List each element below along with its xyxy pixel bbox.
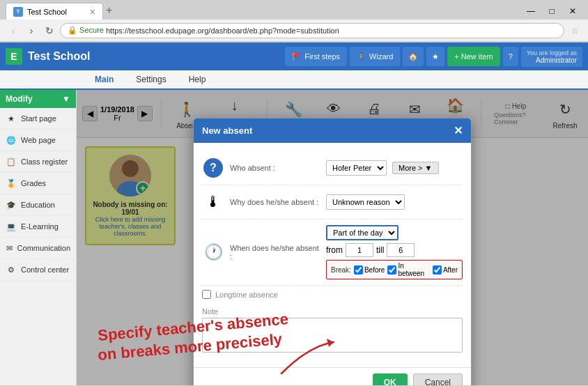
logged-as-label: You are logged as [527,49,577,56]
header-actions: 🚩 First steps 🚶 Wizard 🏠 ★ + New item ? … [285,47,582,67]
back-button[interactable]: ‹ [6,23,21,38]
education-icon: 🎓 [6,199,17,210]
sidebar-item-communication[interactable]: ✉ Communication [0,238,76,259]
modify-chevron: ▼ [62,94,70,104]
modal-close-button[interactable]: ✕ [454,124,463,137]
from-input[interactable] [346,243,373,257]
register-icon: 📋 [6,156,17,167]
active-tab[interactable]: T Test School × [6,3,103,20]
sidebar: Modify ▼ ★ Start page 🌐 Web page 📋 Class… [0,90,77,385]
modal-title: New absent [202,125,252,136]
clock-row-icon: 🕐 [202,241,224,263]
sidebar-item-start-page[interactable]: ★ Start page [0,108,76,130]
url-bar[interactable]: 🔒 Secure https://testschool.edupage.org/… [60,23,564,38]
when-group: Part of the day from till Break: [326,225,463,279]
secure-badge: 🔒 Secure [68,26,104,35]
first-steps-button[interactable]: 🚩 First steps [285,47,347,66]
longtime-label[interactable]: Longtime absence [202,290,463,299]
sidebar-item-education[interactable]: 🎓 Education [0,194,76,216]
tab-settings[interactable]: Settings [125,70,177,88]
communication-icon: ✉ [6,242,13,254]
break-label: Break: [331,266,351,274]
star-icon: ★ [6,113,17,124]
note-row: Note [202,303,463,359]
in-between-checkbox[interactable] [387,265,396,275]
cancel-button[interactable]: Cancel [413,373,463,385]
window-controls: — □ ✕ [521,3,582,19]
new-absent-modal: New absent ✕ ? Who absent : Hofer Peter [193,118,472,385]
minimize-button[interactable]: — [521,3,541,19]
clock-icon: 🕐 [204,243,223,261]
bookmark-button[interactable]: ☆ [567,23,582,38]
app-header: E Test School 🚩 First steps 🚶 Wizard 🏠 ★… [0,43,588,70]
main-layout: Modify ▼ ★ Start page 🌐 Web page 📋 Class… [0,90,588,385]
modal-footer: OK Cancel [194,367,471,385]
control-icon: ⚙ [6,264,17,275]
user-info: You are logged as Administrator [521,47,582,67]
app-logo: E [6,48,22,65]
from-till-row: from till [326,243,463,257]
before-checkbox[interactable] [354,265,363,275]
wizard-button[interactable]: 🚶 Wizard [350,47,400,66]
url-text: https://testschool.edupage.org/dashboard… [106,26,339,35]
tab-help[interactable]: Help [178,70,217,88]
tab-close[interactable]: × [90,7,95,17]
when-type-row: Part of the day [326,225,463,240]
question-icon-row: ? [202,157,224,179]
ok-button[interactable]: OK [373,373,408,385]
why-label: Why does he/she absent : [230,198,320,206]
why-absent-row: 🌡 Why does he/she absent : Unknown reaso… [202,185,463,219]
star-button[interactable]: ★ [426,47,444,66]
wizard-icon: 🚶 [357,52,366,61]
why-select[interactable]: Unknown reason [326,194,405,210]
longtime-row: Longtime absence [202,286,463,303]
from-label: from [326,245,343,255]
sidebar-item-control-center[interactable]: ⚙ Control center [0,259,76,281]
tab-main[interactable]: Main [84,70,125,90]
break-row: Break: Before In between [326,260,463,279]
sidebar-item-class-register[interactable]: 📋 Class register [0,151,76,173]
question-mark-icon: ? [203,158,223,178]
new-item-button[interactable]: + New item [447,47,500,66]
after-checkbox-label[interactable]: After [433,265,458,275]
till-label: till [376,245,384,255]
flag-icon: 🚩 [292,52,302,61]
tab-bar: T Test School × + — □ ✕ [0,0,588,20]
when-absent-row: 🕐 When does he/she absent : Part of the … [202,219,463,286]
home-button[interactable]: 🏠 [403,47,424,66]
sidebar-item-web-page[interactable]: 🌐 Web page [0,130,76,151]
when-label: When does he/she absent : [230,244,320,261]
browser-chrome: T Test School × + — □ ✕ ‹ › ↻ 🔒 Secure h… [0,0,588,43]
reload-button[interactable]: ↻ [42,23,57,38]
before-checkbox-label[interactable]: Before [354,265,385,275]
web-icon: 🌐 [6,134,17,146]
address-bar: ‹ › ↻ 🔒 Secure https://testschool.edupag… [0,20,588,42]
modify-button[interactable]: Modify ▼ [0,90,76,108]
after-checkbox[interactable] [433,265,442,275]
note-label: Note [202,307,463,316]
in-between-checkbox-label[interactable]: In between [387,262,430,277]
who-select[interactable]: Hofer Peter [326,160,387,176]
new-tab-button[interactable]: + [106,4,120,18]
close-button[interactable]: ✕ [563,3,582,19]
till-input[interactable] [387,243,415,257]
tab-favicon: T [13,7,23,17]
modal-body: ? Who absent : Hofer Peter More > ▼ 🌡 [194,143,471,367]
who-absent-row: ? Who absent : Hofer Peter More > ▼ [202,151,463,185]
longtime-checkbox[interactable] [202,290,211,299]
grades-icon: 🏅 [6,178,17,189]
elearning-icon: 💻 [6,221,17,232]
note-textarea[interactable] [202,318,463,353]
more-button[interactable]: More > ▼ [392,162,439,174]
tab-title: Test School [27,8,67,16]
content-area: ◀ 1/19/2018 Fr ▶ 🚶 Absent ↓ Next Substit… [77,90,588,385]
help-button[interactable]: ? [503,47,518,66]
maximize-button[interactable]: □ [542,3,562,19]
app-title: Test School [28,50,91,63]
sidebar-item-grades[interactable]: 🏅 Grades [0,173,76,194]
modal-header: New absent ✕ [194,118,471,143]
forward-button[interactable]: › [24,23,39,38]
thermometer-row-icon: 🌡 [202,191,224,213]
sidebar-item-elearning[interactable]: 💻 E-Learning [0,216,76,238]
when-type-select[interactable]: Part of the day [326,225,399,240]
